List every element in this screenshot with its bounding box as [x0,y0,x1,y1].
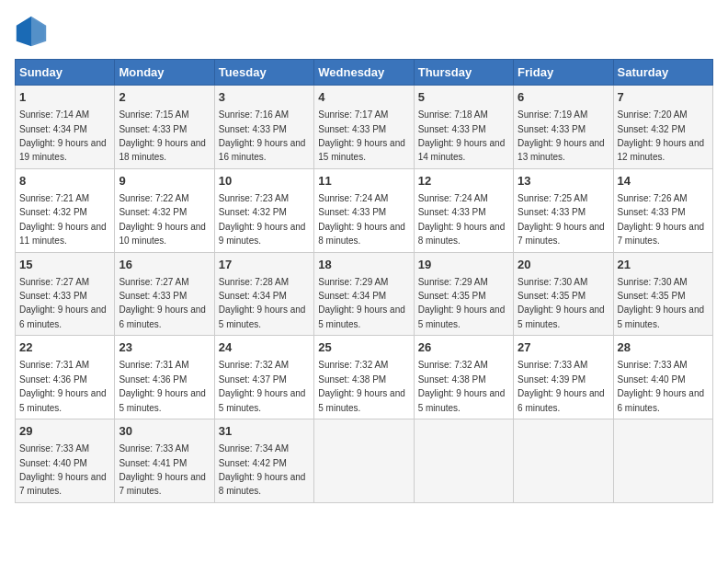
calendar-cell: 26 Sunrise: 7:32 AMSunset: 4:38 PMDaylig… [414,336,513,419]
day-number: 16 [119,257,210,273]
calendar-cell: 23 Sunrise: 7:31 AMSunset: 4:36 PMDaylig… [115,336,214,419]
day-number: 14 [618,173,709,190]
day-info: Sunrise: 7:24 AMSunset: 4:33 PMDaylight:… [418,193,506,246]
day-number: 19 [418,257,509,273]
day-info: Sunrise: 7:14 AMSunset: 4:34 PMDaylight:… [19,109,107,162]
day-number: 21 [618,257,709,273]
day-number: 26 [418,339,509,356]
calendar-cell: 12 Sunrise: 7:24 AMSunset: 4:33 PMDaylig… [414,168,513,252]
day-number: 28 [618,339,709,356]
day-info: Sunrise: 7:17 AMSunset: 4:33 PMDaylight:… [318,109,405,162]
day-number: 23 [119,339,210,356]
day-info: Sunrise: 7:30 AMSunset: 4:35 PMDaylight:… [518,277,605,329]
day-info: Sunrise: 7:30 AMSunset: 4:35 PMDaylight:… [618,277,705,329]
day-number: 27 [518,339,609,356]
day-info: Sunrise: 7:22 AMSunset: 4:32 PMDaylight:… [119,193,206,246]
day-info: Sunrise: 7:29 AMSunset: 4:34 PMDaylight:… [318,277,405,329]
day-number: 30 [119,423,210,440]
calendar-cell: 7 Sunrise: 7:20 AMSunset: 4:32 PMDayligh… [613,86,712,169]
day-info: Sunrise: 7:25 AMSunset: 4:33 PMDaylight:… [518,193,605,246]
calendar-week-4: 22 Sunrise: 7:31 AMSunset: 4:36 PMDaylig… [16,336,713,419]
calendar-cell: 1 Sunrise: 7:14 AMSunset: 4:34 PMDayligh… [16,86,115,169]
calendar-cell: 27 Sunrise: 7:33 AMSunset: 4:39 PMDaylig… [514,336,613,419]
calendar-cell: 16 Sunrise: 7:27 AMSunset: 4:33 PMDaylig… [115,252,214,336]
calendar-cell: 29 Sunrise: 7:33 AMSunset: 4:40 PMDaylig… [16,419,115,503]
column-header-tuesday: Tuesday [214,60,313,86]
calendar-header: SundayMondayTuesdayWednesdayThursdayFrid… [16,60,713,86]
day-info: Sunrise: 7:31 AMSunset: 4:36 PMDaylight:… [119,360,206,412]
calendar-week-2: 8 Sunrise: 7:21 AMSunset: 4:32 PMDayligh… [16,168,713,252]
day-number: 9 [119,173,210,190]
day-number: 20 [518,257,609,273]
calendar-week-5: 29 Sunrise: 7:33 AMSunset: 4:40 PMDaylig… [16,419,713,503]
day-info: Sunrise: 7:24 AMSunset: 4:33 PMDaylight:… [318,193,405,246]
calendar-cell: 9 Sunrise: 7:22 AMSunset: 4:32 PMDayligh… [115,168,214,252]
day-info: Sunrise: 7:19 AMSunset: 4:33 PMDaylight:… [518,109,605,162]
day-info: Sunrise: 7:18 AMSunset: 4:33 PMDaylight:… [418,109,506,162]
day-number: 3 [219,89,310,106]
column-header-monday: Monday [115,60,214,86]
day-number: 10 [219,173,310,190]
calendar-table: SundayMondayTuesdayWednesdayThursdayFrid… [15,59,713,503]
day-info: Sunrise: 7:33 AMSunset: 4:39 PMDaylight:… [518,360,605,412]
column-header-sunday: Sunday [16,60,115,86]
day-info: Sunrise: 7:20 AMSunset: 4:32 PMDaylight:… [618,109,705,162]
day-info: Sunrise: 7:23 AMSunset: 4:32 PMDaylight:… [219,193,306,246]
day-info: Sunrise: 7:28 AMSunset: 4:34 PMDaylight:… [219,277,306,329]
day-info: Sunrise: 7:33 AMSunset: 4:40 PMDaylight:… [19,443,107,496]
day-info: Sunrise: 7:16 AMSunset: 4:33 PMDaylight:… [219,109,306,162]
calendar-cell [414,419,513,503]
column-header-saturday: Saturday [613,60,712,86]
calendar-cell: 24 Sunrise: 7:32 AMSunset: 4:37 PMDaylig… [214,336,313,419]
day-number: 13 [518,173,609,190]
logo-icon [15,15,48,48]
day-number: 8 [19,173,110,190]
calendar-cell: 21 Sunrise: 7:30 AMSunset: 4:35 PMDaylig… [613,252,712,336]
day-number: 1 [19,89,110,106]
day-number: 17 [219,257,310,273]
day-number: 29 [19,423,110,440]
day-info: Sunrise: 7:32 AMSunset: 4:38 PMDaylight:… [318,360,405,412]
day-number: 18 [318,257,409,273]
svg-marker-2 [17,17,31,46]
day-info: Sunrise: 7:32 AMSunset: 4:38 PMDaylight:… [418,360,506,412]
day-number: 4 [318,89,409,106]
calendar-cell: 11 Sunrise: 7:24 AMSunset: 4:33 PMDaylig… [314,168,414,252]
day-info: Sunrise: 7:15 AMSunset: 4:33 PMDaylight:… [119,109,206,162]
calendar-cell: 31 Sunrise: 7:34 AMSunset: 4:42 PMDaylig… [214,419,313,503]
day-info: Sunrise: 7:34 AMSunset: 4:42 PMDaylight:… [219,443,306,496]
day-number: 12 [418,173,509,190]
calendar-cell [613,419,712,503]
day-info: Sunrise: 7:29 AMSunset: 4:35 PMDaylight:… [418,277,506,329]
calendar-cell: 15 Sunrise: 7:27 AMSunset: 4:33 PMDaylig… [16,252,115,336]
day-info: Sunrise: 7:32 AMSunset: 4:37 PMDaylight:… [219,360,306,412]
column-header-thursday: Thursday [414,60,513,86]
calendar-cell: 30 Sunrise: 7:33 AMSunset: 4:41 PMDaylig… [115,419,214,503]
day-number: 31 [219,423,310,440]
calendar-cell: 28 Sunrise: 7:33 AMSunset: 4:40 PMDaylig… [613,336,712,419]
calendar-cell: 14 Sunrise: 7:26 AMSunset: 4:33 PMDaylig… [613,168,712,252]
calendar-cell [514,419,613,503]
day-info: Sunrise: 7:33 AMSunset: 4:41 PMDaylight:… [119,443,206,496]
day-number: 24 [219,339,310,356]
day-number: 7 [618,89,709,106]
calendar-cell: 18 Sunrise: 7:29 AMSunset: 4:34 PMDaylig… [314,252,414,336]
day-number: 22 [19,339,110,356]
day-info: Sunrise: 7:27 AMSunset: 4:33 PMDaylight:… [19,277,107,329]
calendar-week-3: 15 Sunrise: 7:27 AMSunset: 4:33 PMDaylig… [16,252,713,336]
day-number: 25 [318,339,409,356]
day-number: 2 [119,89,210,106]
logo [15,15,51,48]
calendar-cell: 6 Sunrise: 7:19 AMSunset: 4:33 PMDayligh… [514,86,613,169]
calendar-cell: 17 Sunrise: 7:28 AMSunset: 4:34 PMDaylig… [214,252,313,336]
column-header-wednesday: Wednesday [314,60,414,86]
header-row: SundayMondayTuesdayWednesdayThursdayFrid… [16,60,713,86]
calendar-cell: 13 Sunrise: 7:25 AMSunset: 4:33 PMDaylig… [514,168,613,252]
calendar-cell: 5 Sunrise: 7:18 AMSunset: 4:33 PMDayligh… [414,86,513,169]
page-header [15,15,713,48]
calendar-cell: 22 Sunrise: 7:31 AMSunset: 4:36 PMDaylig… [16,336,115,419]
day-info: Sunrise: 7:26 AMSunset: 4:33 PMDaylight:… [618,193,705,246]
calendar-cell: 4 Sunrise: 7:17 AMSunset: 4:33 PMDayligh… [314,86,414,169]
column-header-friday: Friday [514,60,613,86]
calendar-cell: 10 Sunrise: 7:23 AMSunset: 4:32 PMDaylig… [214,168,313,252]
